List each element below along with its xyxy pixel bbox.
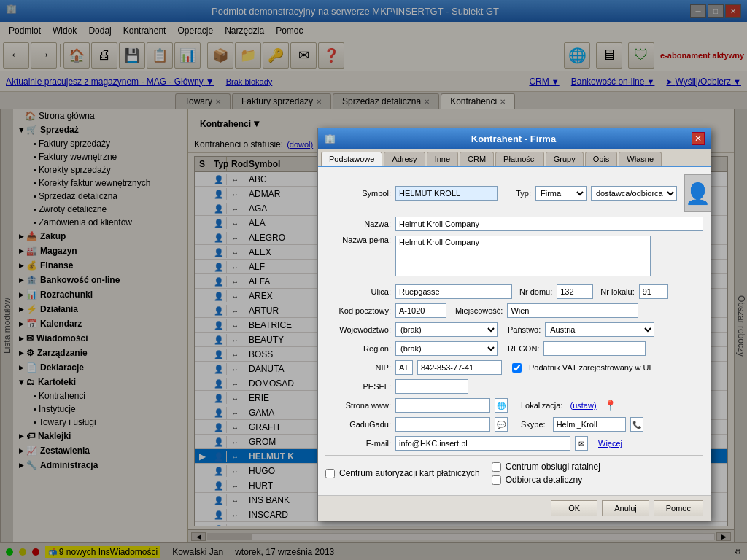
dialog-tab-crm[interactable]: CRM <box>460 152 494 166</box>
centrum-auto-checkbox[interactable] <box>325 469 335 478</box>
right-checkboxes: Centrum obsługi ratalnej Odbiorca detali… <box>492 462 600 485</box>
typ-label: Typ: <box>502 189 531 198</box>
symbol-input[interactable] <box>395 186 498 201</box>
nazwa-label: Nazwa: <box>325 219 391 228</box>
nr-domu-label: Nr domu: <box>519 287 552 296</box>
dialog-buttons: OK Anuluj Pomoc <box>318 495 711 521</box>
region-label: Region: <box>325 344 391 353</box>
vat-checkbox[interactable] <box>512 363 522 373</box>
email-input[interactable] <box>395 436 570 451</box>
centrum-auto-label: Centrum autoryzacji kart płatniczych <box>339 468 480 478</box>
dialog-tab-podstawowe[interactable]: Podstawowe <box>321 152 382 166</box>
email-browse-button[interactable]: ✉ <box>575 436 588 451</box>
wojewodztwo-select[interactable]: (brak) <box>395 322 498 337</box>
wojewodztwo-label: Województwo: <box>325 325 391 334</box>
nr-domu-input[interactable] <box>557 284 593 299</box>
dialog-tab-opis[interactable]: Opis <box>585 152 618 166</box>
www-input[interactable] <box>395 398 490 413</box>
odbiorca-det-checkbox[interactable] <box>492 475 501 485</box>
kod-row: Kod pocztowy: Miejscowość: <box>325 303 703 318</box>
centrum-auto-row: Centrum autoryzacji kart płatniczych <box>325 462 480 485</box>
region-row: Region: (brak) REGON: <box>325 341 703 356</box>
www-browse-button[interactable]: 🌐 <box>495 398 508 413</box>
odbiorca-det-row: Odbiorca detaliczny <box>492 475 600 485</box>
centrum-obslugi-row: Centrum obsługi ratalnej <box>492 462 600 472</box>
panstwo-select[interactable]: Austria Polska Niemcy <box>545 322 654 337</box>
dialog-overlay: 🏢 Kontrahent - Firma ✕ Podstawowe Adresy… <box>0 0 747 560</box>
nazwa-pelna-input[interactable]: Helmut Kroll Company <box>395 236 651 276</box>
nip-prefix-input[interactable] <box>395 360 413 375</box>
symbol-row: Symbol: Typ: Firma Osoba fizyczna dostaw… <box>325 174 703 212</box>
nazwa-row: Nazwa: <box>325 217 703 231</box>
vat-label: Podatnik VAT zarejestrowany w UE <box>529 363 654 372</box>
pesel-input[interactable] <box>395 379 468 394</box>
wiecej-link[interactable]: Więcej <box>598 439 622 448</box>
dialog-tab-adresy[interactable]: Adresy <box>384 152 425 166</box>
nazwa-pelna-label: Nazwa pełna: <box>325 236 391 244</box>
nip-label: NIP: <box>325 363 391 372</box>
pesel-row: PESEL: <box>325 379 703 394</box>
pomoc-button[interactable]: Pomoc <box>654 500 703 516</box>
dialog-title: Kontrahent - Firma <box>471 133 556 144</box>
skype-label: Skype: <box>521 420 546 429</box>
avatar[interactable]: 👤 <box>684 174 711 212</box>
nr-lokalu-label: Nr lokalu: <box>600 287 634 296</box>
centrum-obslugi-label: Centrum obsługi ratalnej <box>506 462 600 472</box>
ulica-input[interactable] <box>395 284 512 299</box>
email-row: E-mail: ✉ Więcej <box>325 436 703 451</box>
dialog-title-bar: 🏢 Kontrahent - Firma ✕ <box>318 128 711 149</box>
region-select[interactable]: (brak) <box>395 341 498 356</box>
nr-lokalu-input[interactable] <box>639 284 668 299</box>
odbiorca-det-label: Odbiorca detaliczny <box>506 475 582 485</box>
gadugadu-label: GaduGadu: <box>325 420 391 429</box>
www-row: Strona www: 🌐 Lokalizacja: (ustaw) 📍 <box>325 398 703 413</box>
symbol-label: Symbol: <box>325 189 391 198</box>
kontrahent-dialog: 🏢 Kontrahent - Firma ✕ Podstawowe Adresy… <box>317 128 711 521</box>
dialog-tab-grupy[interactable]: Grupy <box>546 152 584 166</box>
gadugadu-input[interactable] <box>395 417 490 432</box>
dialog-content: Symbol: Typ: Firma Osoba fizyczna dostaw… <box>318 167 711 495</box>
panstwo-label: Państwo: <box>508 325 541 334</box>
dialog-tabs: Podstawowe Adresy Inne CRM Płatności Gru… <box>318 149 711 167</box>
nazwa-input[interactable] <box>395 217 703 231</box>
typ-select[interactable]: Firma Osoba fizyczna <box>535 186 587 201</box>
nip-input[interactable] <box>417 360 502 375</box>
woj-row: Województwo: (brak) Państwo: Austria Pol… <box>325 322 703 337</box>
lokalizacja-label: Lokalizacja: <box>521 401 562 410</box>
ok-button[interactable]: OK <box>551 500 597 516</box>
regon-input[interactable] <box>543 341 646 356</box>
dialog-icon: 🏢 <box>324 133 336 144</box>
dialog-tab-platnosci[interactable]: Płatności <box>495 152 544 166</box>
map-icon[interactable]: 📍 <box>604 400 616 411</box>
anuluj-button[interactable]: Anuluj <box>602 500 649 516</box>
gadu-row: GaduGadu: 💬 Skype: 📞 <box>325 417 703 432</box>
regon-label: REGON: <box>508 344 539 353</box>
miejscowosc-input[interactable] <box>507 303 638 318</box>
nazwa-pelna-row: Nazwa pełna: Helmut Kroll Company <box>325 236 703 276</box>
skype-input[interactable] <box>553 417 626 432</box>
kod-pocztowy-label: Kod pocztowy: <box>325 306 391 315</box>
dialog-tab-wlasne[interactable]: Własne <box>619 152 662 166</box>
dialog-tab-inne[interactable]: Inne <box>427 152 458 166</box>
email-label: E-mail: <box>325 439 391 448</box>
lokalizacja-link[interactable]: (ustaw) <box>570 401 596 410</box>
skype-browse-button[interactable]: 📞 <box>630 417 643 432</box>
checkboxes-row: Centrum autoryzacji kart płatniczych Cen… <box>325 459 703 488</box>
nip-row: NIP: Podatnik VAT zarejestrowany w UE <box>325 360 703 375</box>
centrum-obslugi-checkbox[interactable] <box>492 462 501 472</box>
dialog-close-button[interactable]: ✕ <box>692 132 705 145</box>
ulica-label: Ulica: <box>325 287 391 296</box>
www-label: Strona www: <box>325 401 391 410</box>
pesel-label: PESEL: <box>325 382 391 391</box>
kod-pocztowy-input[interactable] <box>395 303 446 318</box>
gadu-browse-button[interactable]: 💬 <box>495 417 508 432</box>
miejscowosc-label: Miejscowość: <box>455 306 503 315</box>
ulica-row: Ulica: Nr domu: Nr lokalu: <box>325 284 703 299</box>
typ2-select[interactable]: dostawca/odbiorca dostawca odbiorca <box>591 186 677 201</box>
